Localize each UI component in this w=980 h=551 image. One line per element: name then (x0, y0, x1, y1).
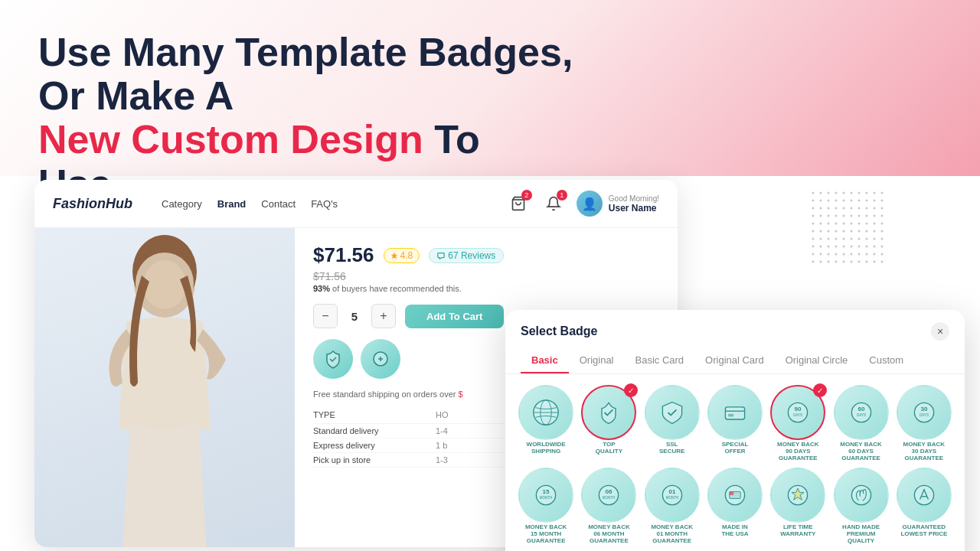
svg-text:06: 06 (606, 489, 612, 496)
badge-money-back-60[interactable]: 60 DAYS MONEY BACK60 DAYSGUARANTEE (832, 385, 889, 461)
navbar: FashionHub Category Brand Contact FAQ's … (34, 180, 678, 228)
pickup-label: Pick up in store (313, 455, 413, 465)
reviews-count: 67 Reviews (448, 250, 495, 261)
standard-delivery-days: 1-4 (436, 426, 448, 435)
shield-icon (658, 399, 686, 426)
badge-grid-row1: WORLDWIDESHIPPING ✓ TOPQUALITY SSLSECURE (505, 385, 965, 461)
svg-text:MONTH: MONTH (665, 497, 678, 500)
nav-right-actions: 2 1 👤 Good Morning! User Name (506, 191, 659, 217)
cart-badge: 2 (521, 190, 532, 201)
nav-link-brand[interactable]: Brand (217, 198, 247, 210)
user-info: Good Morning! User Name (609, 194, 659, 214)
badge-label: TOPQUALITY (596, 442, 622, 455)
product-image (34, 228, 295, 547)
qty-increase-button[interactable]: + (371, 304, 396, 328)
price-row: $71.56 4.8 67 Reviews (313, 243, 659, 267)
badge-handmade[interactable]: HAND MADEPREMIUM QUALITY (832, 468, 889, 544)
usa-flag-icon (721, 481, 749, 509)
tab-original[interactable]: Original (569, 348, 625, 373)
svg-rect-35 (730, 492, 733, 496)
badge-label: MONEY BACK06 MONTHGUARANTEE (588, 524, 630, 544)
notification-icon-wrap[interactable]: 1 (541, 191, 566, 216)
username-text: User Name (609, 203, 659, 214)
badge-label: MADE INTHE USA (721, 524, 748, 538)
money15-icon: 15 MONTH (532, 481, 560, 509)
user-avatar-wrap[interactable]: 👤 Good Morning! User Name (577, 191, 659, 217)
greeting-text: Good Morning! (609, 194, 659, 203)
modal-header: Select Badge × (505, 310, 965, 348)
tab-basic[interactable]: Basic (521, 348, 569, 373)
badge-label: MONEY BACK90 DAYSGUARANTEE (777, 442, 819, 461)
add-to-cart-button[interactable]: Add To Cart (405, 305, 504, 328)
price-tag-icon (910, 481, 938, 509)
badge-label: LIFE TIMEWARRANTY (780, 524, 815, 538)
badge-label: MONEY BACK01 MONTHGUARANTEE (651, 524, 693, 544)
svg-text:90: 90 (795, 406, 802, 412)
badge-ssl-secure[interactable]: SSLSECURE (644, 385, 701, 461)
badge-label: MONEY BACK60 DAYSGUARANTEE (840, 442, 882, 461)
svg-text:DAYS: DAYS (793, 413, 802, 417)
price-main: $71.56 (313, 243, 374, 267)
nav-links: Category Brand Contact FAQ's (162, 198, 485, 210)
badge-top-quality[interactable]: ✓ TOPQUALITY (580, 385, 637, 461)
money-back-90-icon: 90 DAYS (784, 399, 812, 426)
type-header: TYPE (313, 409, 413, 421)
badge-label: SSLSECURE (659, 442, 684, 455)
badge-lifetime-warranty[interactable]: LIFE TIMEWARRANTY (769, 468, 826, 544)
badge-money-back-1m[interactable]: 01 MONTH MONEY BACK01 MONTHGUARANTEE (644, 468, 701, 544)
svg-text:MONTH: MONTH (603, 497, 616, 500)
model-silhouette (65, 230, 264, 548)
money-back-60-icon: 60 DAYS (848, 399, 875, 426)
badge-lowest-price[interactable]: GUARANTEEDLOWEST PRICE (896, 468, 952, 544)
badge-money-back-90[interactable]: ✓ 90 DAYS MONEY BACK90 DAYSGUARANTEE (769, 385, 826, 461)
recommended-text: 93% of buyers have recommended this. (313, 284, 659, 293)
svg-point-6 (143, 260, 186, 309)
modal-tabs: Basic Original Basic Card Original Card … (505, 348, 965, 374)
nav-logo[interactable]: FashionHub (53, 196, 132, 212)
badge-special-offer[interactable]: SPECIALOFFER (707, 385, 763, 461)
badge-label: MONEY BACK15 MONTHGUARANTEE (525, 524, 567, 544)
svg-rect-1 (812, 191, 888, 268)
hero-line1: Use Many Template Badges, Or Make A (38, 30, 573, 118)
badge-worldwide-shipping[interactable]: WORLDWIDESHIPPING (518, 385, 574, 461)
star-warranty-icon (784, 481, 812, 509)
badge-label: MONEY BACK30 DAYSGUARANTEE (903, 442, 946, 461)
chat-icon (437, 252, 445, 259)
modal-title: Select Badge (521, 324, 597, 338)
eta-header: HO (436, 409, 449, 421)
nav-link-contact[interactable]: Contact (261, 198, 296, 210)
quality-icon (322, 348, 344, 370)
selected-check: ✓ (624, 383, 638, 397)
badge-money-back-30[interactable]: 30 DAYS MONEY BACK30 DAYSGUARANTEE (896, 385, 952, 461)
svg-marker-7 (390, 252, 397, 258)
nav-link-category[interactable]: Category (162, 198, 202, 210)
pickup-days: 1-3 (436, 455, 448, 465)
tab-basic-card[interactable]: Basic Card (625, 348, 695, 373)
cart-icon-wrap[interactable]: 2 (506, 191, 531, 216)
svg-rect-14 (728, 414, 733, 417)
select-badge-modal: Select Badge × Basic Original Basic Card… (505, 310, 965, 551)
svg-text:DAYS: DAYS (920, 413, 929, 417)
modal-close-button[interactable]: × (931, 322, 949, 341)
svg-text:01: 01 (668, 489, 675, 496)
star-icon (390, 252, 398, 259)
express-delivery-days: 1 b (436, 441, 447, 450)
svg-rect-12 (725, 407, 744, 419)
dot-decoration (812, 191, 888, 268)
svg-text:60: 60 (858, 406, 864, 412)
reviews-badge: 67 Reviews (429, 248, 504, 263)
tab-original-circle[interactable]: Original Circle (775, 348, 859, 373)
badge-money-back-6m[interactable]: 06 MONTH MONEY BACK06 MONTHGUARANTEE (580, 468, 637, 544)
svg-text:30: 30 (920, 406, 927, 412)
tab-custom[interactable]: Custom (858, 348, 914, 373)
nav-link-faq[interactable]: FAQ's (311, 198, 338, 210)
product-badge-money-back (361, 339, 400, 379)
badge-money-back-15m[interactable]: 15 MONTH MONEY BACK15 MONTHGUARANTEE (518, 468, 574, 544)
money-back-icon (370, 348, 391, 370)
tab-original-card[interactable]: Original Card (694, 348, 775, 373)
selected-check: ✓ (813, 383, 827, 397)
qty-decrease-button[interactable]: − (313, 304, 338, 328)
card-offer-icon (721, 399, 749, 426)
svg-text:MONTH: MONTH (540, 497, 553, 500)
badge-made-in-usa[interactable]: MADE INTHE USA (707, 468, 763, 544)
